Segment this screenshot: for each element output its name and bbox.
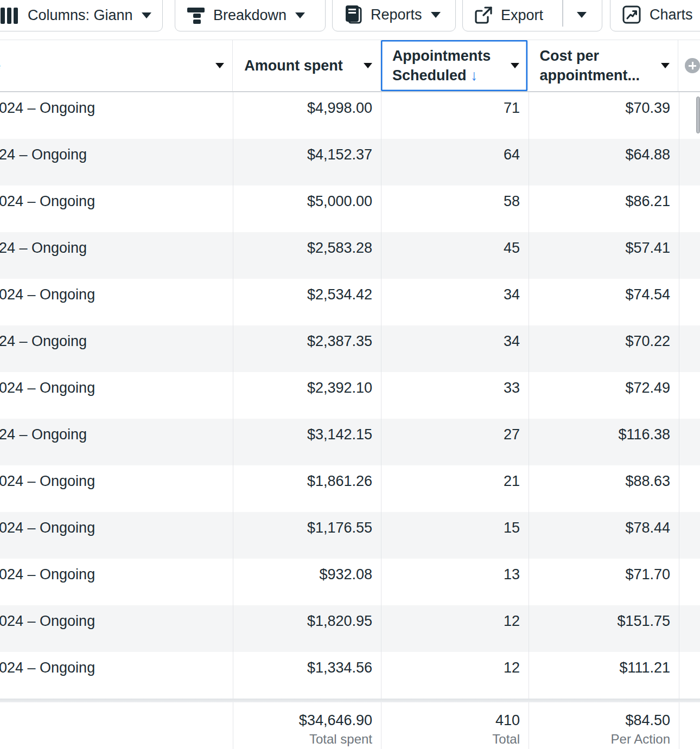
row-spacer-cell [679,512,700,559]
column-menu-caret-icon[interactable] [511,63,519,68]
appointments-scheduled-cell: 45 [381,232,529,279]
chevron-down-icon [577,12,587,18]
ads-manager-table-view: Columns: Giann Breakdown [0,0,700,749]
reports-button-label: Reports [371,7,422,23]
amount-spent-cell: $4,998.00 [233,92,381,139]
row-name-cell: 24 – Ongoing [0,325,233,372]
column-header-amount-spent[interactable]: Amount spent [233,40,381,91]
amount-spent-cell: $1,176.55 [233,512,381,559]
row-name-cell: 024 – Ongoing [0,652,233,699]
table-row[interactable]: 024 – Ongoing$1,820.9512$151.75 [0,605,700,652]
row-spacer-cell [679,465,700,512]
row-spacer-cell [679,652,700,699]
row-name-cell: 024 – Ongoing [0,512,233,559]
table-row[interactable]: 024 – Ongoing$4,998.0071$70.39 [0,92,700,139]
sort-descending-icon: ↓ [470,67,478,84]
cost-per-appointment-cell: $88.63 [529,465,679,512]
column-header-cost-per-appointment[interactable]: Cost per appointment... [528,40,678,91]
table-row[interactable]: 024 – Ongoing$932.0813$71.70 [0,559,700,605]
cost-per-appointment-cell: $72.49 [529,372,679,419]
row-name-cell: 24 – Ongoing [0,419,233,465]
cost-per-appointment-cell: $57.41 [529,232,679,279]
appointments-scheduled-cell: 64 [381,139,529,185]
toolbar: Columns: Giann Breakdown [0,0,700,34]
row-name-cell: 24 – Ongoing [0,139,233,185]
export-options-button[interactable] [562,0,602,31]
columns-icon [1,8,19,24]
table-row[interactable]: 024 – Ongoing$5,000.0058$86.21 [0,185,700,232]
row-spacer-cell [679,559,700,605]
totals-cost-cell: $84.50 Per Action [529,702,679,749]
amount-spent-cell: $932.08 [233,559,381,605]
appointments-scheduled-cell: 13 [381,559,529,605]
table-header: e Amount spent Appointments Scheduled ↓ … [0,40,700,92]
amount-spent-cell: $2,534.42 [233,279,381,325]
export-button-label: Export [501,7,543,24]
appointments-scheduled-cell: 33 [381,372,529,419]
table-row[interactable]: 024 – Ongoing$1,176.5515$78.44 [0,512,700,559]
table-row[interactable]: 24 – Ongoing$3,142.1527$116.38 [0,419,700,465]
column-menu-caret-icon[interactable] [364,63,372,68]
cost-total-value: $84.50 [529,710,670,730]
row-name-cell: 024 – Ongoing [0,559,233,605]
columns-button[interactable]: Columns: Giann [0,0,163,31]
vertical-scrollbar-thumb[interactable] [696,97,700,133]
amount-spent-cell: $1,334.56 [233,652,381,699]
charts-button[interactable]: Charts [610,0,700,31]
export-button[interactable]: Export [463,7,554,31]
row-name-cell: 024 – Ongoing [0,92,233,139]
appointments-scheduled-cell: 12 [381,605,529,652]
chevron-down-icon [431,12,441,18]
chevron-down-icon [142,12,151,18]
amount-spent-cell: $2,387.35 [233,325,381,372]
breakdown-button[interactable]: Breakdown [175,0,326,31]
appointments-scheduled-label: Appointments Scheduled ↓ [381,46,528,85]
export-icon [475,7,492,24]
amount-spent-cell: $2,583.28 [233,232,381,279]
reports-button[interactable]: Reports [332,0,456,31]
row-name-cell: 024 – Ongoing [0,372,233,419]
add-column-header [678,40,700,91]
row-spacer-cell [679,372,700,419]
horizontal-scroll-track[interactable] [0,699,700,702]
amount-spent-cell: $3,142.15 [233,419,381,465]
appointments-scheduled-cell: 15 [381,512,529,559]
cost-per-appointment-cell: $74.54 [529,279,679,325]
charts-button-label: Charts [650,7,693,23]
column-header-appointments-scheduled[interactable]: Appointments Scheduled ↓ [381,40,529,91]
row-spacer-cell [679,185,700,232]
cost-per-appointment-cell: $64.88 [529,139,679,185]
column-menu-caret-icon[interactable] [661,63,670,68]
amount-spent-label: Amount spent [233,56,368,75]
export-split-button: Export [462,0,602,31]
appointments-scheduled-cell: 34 [381,279,529,325]
cost-per-appointment-label: Cost per appointment... [528,46,678,85]
row-name-cell: 024 – Ongoing [0,605,233,652]
table-row[interactable]: 24 – Ongoing$2,387.3534$70.22 [0,325,700,372]
table-row[interactable]: 24 – Ongoing$4,152.3764$64.88 [0,139,700,185]
table-row[interactable]: 024 – Ongoing$1,861.2621$88.63 [0,465,700,512]
amount-spent-cell: $2,392.10 [233,372,381,419]
total-spent-label: Total spent [233,730,372,748]
table-row[interactable]: 024 – Ongoing$2,392.1033$72.49 [0,372,700,419]
breakdown-icon [187,8,205,24]
row-spacer-cell [679,605,700,652]
table-row[interactable]: 024 – Ongoing$1,334.5612$111.21 [0,652,700,699]
totals-appointments-cell: 410 Total [381,702,529,749]
chevron-down-icon [295,12,305,18]
table-row[interactable]: 024 – Ongoing$2,534.4234$74.54 [0,279,700,325]
amount-spent-cell: $1,861.26 [233,465,381,512]
column-menu-caret-icon[interactable] [215,63,224,68]
cost-per-appointment-cell: $70.22 [529,325,679,372]
add-column-icon[interactable] [685,58,700,73]
row-name-cell: 024 – Ongoing [0,465,233,512]
cost-per-appointment-cell: $111.21 [529,652,679,699]
column-header-name[interactable]: e [0,40,233,91]
appointments-scheduled-cell: 34 [381,325,529,372]
row-spacer-cell [679,419,700,465]
amount-spent-cell: $1,820.95 [233,605,381,652]
table-body: 024 – Ongoing$4,998.0071$70.3924 – Ongoi… [0,92,700,699]
cost-per-appointment-cell: $86.21 [529,185,679,232]
appointments-total-label: Total [381,730,520,748]
table-row[interactable]: 24 – Ongoing$2,583.2845$57.41 [0,232,700,279]
